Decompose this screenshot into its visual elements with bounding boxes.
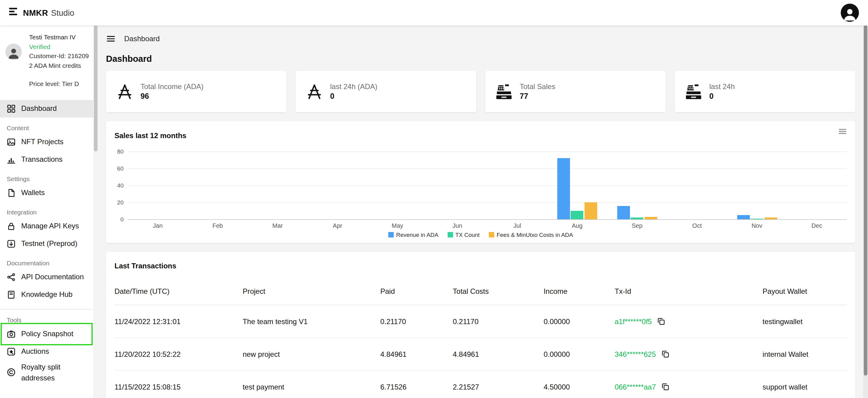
bar-group-may bbox=[367, 151, 427, 219]
column-header-total-costs: Total Costs bbox=[453, 287, 544, 295]
chart-menu-icon[interactable] bbox=[838, 127, 847, 136]
document-icon bbox=[7, 188, 16, 197]
x-tick-label: Nov bbox=[727, 222, 787, 229]
menu-toggle-icon[interactable] bbox=[106, 34, 116, 43]
copy-icon[interactable] bbox=[657, 317, 665, 325]
stat-label: last 24h bbox=[709, 82, 735, 91]
sales-chart-card: Sales last 12 months 020406080 JanFebMar… bbox=[106, 121, 855, 243]
column-header-tx-id: Tx-Id bbox=[615, 287, 762, 295]
sidebar-item-auctions[interactable]: Auctions bbox=[0, 343, 93, 360]
sidebar-scrollbar[interactable] bbox=[93, 25, 98, 398]
bar-group-jun bbox=[427, 151, 487, 219]
legend-label: Fees & MinUtxo Costs in ADA bbox=[497, 232, 573, 238]
sidebar-item-label: Manage API Keys bbox=[21, 220, 79, 232]
sidebar-scrollbar-thumb[interactable] bbox=[94, 25, 97, 151]
sidebar-item-wallets[interactable]: Wallets bbox=[0, 184, 93, 202]
cell-paid: 4.84961 bbox=[380, 350, 453, 358]
ada-icon bbox=[116, 83, 134, 100]
main-content: Dashboard Dashboard Total Income (ADA)96… bbox=[98, 25, 863, 398]
page-scrollbar[interactable] bbox=[863, 25, 868, 398]
breadcrumb-bar: Dashboard bbox=[106, 25, 855, 43]
stat-value: 77 bbox=[520, 92, 555, 100]
cell-datetime: 11/15/2022 15:08:15 bbox=[115, 382, 243, 391]
table-row: 11/20/2022 10:52:22new project4.849614.8… bbox=[115, 338, 847, 371]
sidebar-divider bbox=[0, 309, 93, 309]
bar-group-mar bbox=[248, 151, 308, 219]
copyright-icon bbox=[7, 368, 16, 377]
column-header-date-time-utc: Date/Time (UTC) bbox=[115, 287, 243, 295]
tx-id-link[interactable]: a1f******0f5 bbox=[615, 317, 652, 326]
stat-text: Total Sales77 bbox=[520, 82, 555, 100]
legend-item-fees-minutxo-costs-in-ada: Fees & MinUtxo Costs in ADA bbox=[489, 232, 573, 238]
sidebar-item-testnet-preprod[interactable]: Testnet (Preprod) bbox=[0, 235, 93, 252]
cell-txid: 346******625 bbox=[615, 350, 762, 358]
sidebar-item-label: Policy Snapshot bbox=[21, 328, 73, 339]
column-header-project: Project bbox=[243, 287, 380, 295]
sidebar-item-knowledge-hub[interactable]: Knowledge Hub bbox=[0, 286, 93, 303]
sidebar-item-api-documentation[interactable]: API Documentation bbox=[0, 268, 93, 286]
brand-logo[interactable]: NMKR Studio bbox=[9, 7, 74, 18]
x-tick-label: Sep bbox=[607, 222, 667, 229]
sidebar-item-policy-snapshot[interactable]: Policy Snapshot bbox=[0, 325, 93, 343]
stat-label: Total Sales bbox=[520, 82, 555, 91]
cell-txid: a1f******0f5 bbox=[615, 317, 762, 326]
stat-card-total-income-ada: Total Income (ADA)96 bbox=[106, 71, 286, 112]
bar-group-oct bbox=[667, 151, 727, 219]
image-icon bbox=[7, 137, 16, 146]
page-title: Dashboard bbox=[106, 54, 855, 64]
book-icon bbox=[7, 290, 16, 299]
sidebar-item-transactions[interactable]: Transactions bbox=[0, 151, 93, 168]
x-tick-label: Aug bbox=[547, 222, 607, 229]
bar-group-dec bbox=[787, 151, 847, 219]
user-avatar[interactable] bbox=[841, 4, 859, 22]
table-body: 11/24/2022 12:31:01The team testing V10.… bbox=[115, 305, 847, 398]
sidebar-item-label: Transactions bbox=[21, 154, 63, 165]
cell-project: test payment bbox=[243, 382, 380, 391]
sidebar-item-label: NFT Projects bbox=[21, 136, 64, 147]
sidebar-item-dashboard[interactable]: Dashboard bbox=[0, 100, 93, 117]
bar-group-aug bbox=[547, 151, 607, 219]
bar-revenue-in-ada-nov[interactable] bbox=[737, 215, 750, 219]
bar-group-feb bbox=[188, 151, 248, 219]
profile-price-level: Price level: Tier D bbox=[29, 79, 90, 89]
cell-txid: 066******aa7 bbox=[615, 382, 762, 391]
y-tick-label: 60 bbox=[117, 165, 124, 172]
table-row: 11/24/2022 12:31:01The team testing V10.… bbox=[115, 305, 847, 338]
bar-revenue-in-ada-aug[interactable] bbox=[557, 158, 570, 219]
profile-avatar bbox=[5, 43, 22, 60]
bar-fees-minutxo-costs-in-ada-sep[interactable] bbox=[645, 217, 657, 219]
gavel-icon bbox=[7, 347, 16, 356]
sidebar-item-manage-api-keys[interactable]: Manage API Keys bbox=[0, 217, 93, 235]
tx-id-link[interactable]: 346******625 bbox=[615, 350, 656, 358]
tx-id-link[interactable]: 066******aa7 bbox=[615, 382, 656, 391]
sidebar-item-royalty-split-addresses[interactable]: Royalty split addresses bbox=[0, 360, 93, 385]
legend-swatch bbox=[489, 232, 494, 238]
bar-tx-count-aug[interactable] bbox=[571, 211, 584, 219]
legend-item-revenue-in-ada: Revenue in ADA bbox=[388, 232, 438, 238]
cell-datetime: 11/24/2022 12:31:01 bbox=[115, 317, 243, 326]
legend-swatch bbox=[388, 232, 394, 238]
sidebar-item-nft-projects[interactable]: NFT Projects bbox=[0, 133, 93, 151]
stat-text: last 24h0 bbox=[709, 82, 735, 100]
brand-subname: Studio bbox=[51, 8, 74, 17]
bar-revenue-in-ada-sep[interactable] bbox=[617, 206, 630, 219]
camera-icon bbox=[7, 329, 16, 338]
legend-label: Revenue in ADA bbox=[396, 232, 438, 238]
column-header-payout-wallet: Payout Wallet bbox=[763, 287, 847, 295]
copy-icon[interactable] bbox=[661, 382, 669, 391]
bar-chart-icon bbox=[7, 155, 16, 164]
profile-name: Testi Testman IV bbox=[29, 33, 90, 42]
sidebar-item-label: Dashboard bbox=[21, 103, 57, 114]
x-tick-label: Apr bbox=[308, 222, 368, 229]
transactions-title: Last Transactions bbox=[115, 262, 847, 270]
sidebar-item-label: Knowledge Hub bbox=[21, 289, 72, 300]
page-scrollbar-thumb[interactable] bbox=[864, 25, 867, 375]
cell-income: 4.50000 bbox=[544, 382, 615, 391]
bar-fees-minutxo-costs-in-ada-aug[interactable] bbox=[585, 202, 597, 219]
stat-card-last-24h-ada: last 24h (ADA)0 bbox=[296, 71, 476, 112]
copy-icon[interactable] bbox=[661, 350, 669, 358]
bar-group-sep bbox=[607, 151, 667, 219]
y-tick-label: 20 bbox=[117, 199, 124, 206]
chart-area: 020406080 JanFebMarAprMayJunJulAugSepOct… bbox=[115, 151, 847, 229]
sidebar-section-tools: Tools bbox=[7, 316, 87, 323]
